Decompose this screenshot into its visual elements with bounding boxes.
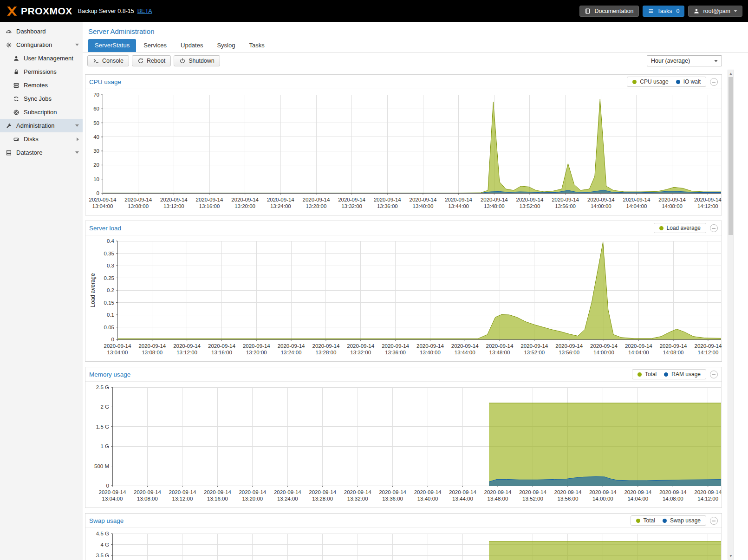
svg-text:4.5 G: 4.5 G	[96, 531, 109, 536]
svg-text:2020-09-14: 2020-09-14	[694, 197, 722, 202]
svg-text:14:04:00: 14:04:00	[626, 203, 647, 209]
svg-text:2020-09-14: 2020-09-14	[374, 197, 401, 202]
tab-tasks[interactable]: Tasks	[242, 39, 271, 52]
svg-text:13:12:00: 13:12:00	[176, 350, 197, 355]
svg-text:13:24:00: 13:24:00	[270, 203, 291, 209]
svg-text:2020-09-14: 2020-09-14	[104, 343, 131, 349]
sidebar-item-subscription[interactable]: Subscription	[0, 105, 83, 119]
sidebar-item-user-management[interactable]: User Management	[0, 52, 83, 65]
caret-down-icon[interactable]	[75, 124, 79, 127]
svg-text:13:32:00: 13:32:00	[341, 203, 362, 209]
legend-item-ram-usage: RAM usage	[664, 371, 701, 378]
svg-text:2020-09-14: 2020-09-14	[169, 489, 196, 495]
legend-label: RAM usage	[671, 371, 701, 378]
vertical-scrollbar[interactable]: ▲ ▼	[728, 70, 734, 560]
tasks-button[interactable]: Tasks 0	[643, 6, 685, 17]
caret-down-icon[interactable]	[75, 151, 79, 154]
svg-text:40: 40	[93, 134, 99, 140]
svg-text:2020-09-14: 2020-09-14	[519, 489, 546, 495]
collapse-icon[interactable]	[710, 224, 718, 232]
scroll-up-icon[interactable]: ▲	[728, 70, 734, 77]
svg-text:2020-09-14: 2020-09-14	[347, 343, 374, 349]
tasks-label: Tasks	[657, 8, 672, 14]
svg-text:2020-09-14: 2020-09-14	[416, 343, 444, 349]
svg-text:2020-09-14: 2020-09-14	[516, 197, 543, 202]
sidebar-item-disks[interactable]: Disks	[0, 132, 83, 146]
svg-text:2020-09-14: 2020-09-14	[239, 489, 266, 495]
svg-text:500 M: 500 M	[94, 463, 109, 469]
tab-syslog[interactable]: Syslog	[210, 39, 241, 52]
sidebar-item-remotes[interactable]: Remotes	[0, 78, 83, 92]
shutdown-button[interactable]: Shutdown	[174, 55, 220, 66]
svg-text:2020-09-14: 2020-09-14	[555, 343, 583, 349]
sidebar-item-permissions[interactable]: Permissions	[0, 65, 83, 78]
caret-right-icon[interactable]	[77, 137, 79, 141]
svg-text:2020-09-14: 2020-09-14	[552, 197, 579, 202]
panel-header: Server load Load average	[85, 221, 722, 235]
user-menu-button[interactable]: root@pam	[688, 6, 742, 17]
sidebar-item-configuration[interactable]: Configuration	[0, 38, 83, 52]
panel-title: CPU usage	[89, 78, 121, 85]
svg-text:0: 0	[111, 337, 114, 342]
sidebar-item-datastore[interactable]: Datastore	[0, 146, 83, 159]
sidebar-item-label: Dashboard	[16, 28, 46, 35]
svg-text:13:48:00: 13:48:00	[488, 496, 508, 501]
timeframe-select[interactable]: Hour (average)	[647, 55, 722, 66]
caret-down-icon[interactable]	[75, 44, 79, 46]
legend-label: Load average	[667, 225, 701, 231]
legend-item-load-average: Load average	[659, 225, 701, 231]
documentation-button[interactable]: Documentation	[579, 6, 638, 17]
svg-text:14:08:00: 14:08:00	[663, 496, 683, 501]
panel-cpu-usage: CPU usage CPU usage IO wait 010203040506…	[85, 74, 722, 215]
svg-text:1.5 G: 1.5 G	[96, 424, 109, 430]
svg-text:2020-09-14: 2020-09-14	[410, 197, 437, 202]
svg-text:0.4: 0.4	[107, 238, 115, 244]
svg-text:2020-09-14: 2020-09-14	[243, 343, 270, 349]
beta-link[interactable]: BETA	[137, 8, 152, 14]
sidebar-item-sync-jobs[interactable]: Sync Jobs	[0, 92, 83, 105]
sidebar: Dashboard Configuration User Management …	[0, 22, 83, 560]
panel-tools: Total Swap usage	[631, 515, 718, 526]
scroll-down-icon[interactable]: ▼	[728, 553, 734, 559]
legend-dot	[659, 226, 663, 230]
chart-svg: 0500 M1 G1.5 G2 G2.5 G3 G3.5 G4 G4.5 G20…	[87, 529, 723, 560]
top-right-buttons: Documentation Tasks 0 root@pam	[579, 6, 742, 17]
svg-text:2020-09-14: 2020-09-14	[231, 197, 259, 202]
tab-updates[interactable]: Updates	[174, 39, 209, 52]
svg-text:2020-09-14: 2020-09-14	[659, 489, 687, 495]
svg-text:13:04:00: 13:04:00	[107, 350, 128, 355]
svg-text:2020-09-14: 2020-09-14	[451, 343, 479, 349]
legend-item-cpu-usage: CPU usage	[632, 78, 668, 85]
server-icon	[13, 82, 20, 89]
svg-text:0.35: 0.35	[104, 251, 114, 256]
chart-svg: 00.050.10.150.20.250.30.350.42020-09-141…	[87, 236, 723, 360]
svg-text:2020-09-14: 2020-09-14	[624, 489, 651, 495]
chart-memory-usage: 0500 M1 G1.5 G2 G2.5 G2020-09-1413:04:00…	[85, 382, 722, 508]
sidebar-item-dashboard[interactable]: Dashboard	[0, 25, 83, 38]
svg-text:2020-09-14: 2020-09-14	[484, 489, 512, 495]
svg-text:30: 30	[93, 148, 99, 154]
tab-serverstatus[interactable]: ServerStatus	[88, 39, 136, 52]
svg-text:13:28:00: 13:28:00	[316, 350, 337, 355]
svg-text:13:56:00: 13:56:00	[559, 350, 579, 355]
wrench-icon	[6, 123, 12, 129]
collapse-icon[interactable]	[710, 78, 718, 86]
svg-text:2 G: 2 G	[100, 404, 109, 410]
svg-text:2020-09-14: 2020-09-14	[344, 489, 371, 495]
svg-text:2020-09-14: 2020-09-14	[520, 343, 548, 349]
scrollbar-thumb[interactable]	[728, 77, 733, 235]
console-button[interactable]: Console	[87, 55, 129, 66]
legend-label: IO wait	[683, 78, 701, 85]
svg-text:13:40:00: 13:40:00	[420, 350, 441, 355]
chart-panels: CPU usage CPU usage IO wait 010203040506…	[83, 69, 748, 560]
support-icon	[13, 109, 20, 116]
svg-text:14:08:00: 14:08:00	[662, 203, 683, 209]
collapse-icon[interactable]	[710, 517, 718, 525]
sidebar-item-administration[interactable]: Administration	[0, 119, 83, 132]
collapse-icon[interactable]	[710, 371, 718, 378]
svg-text:70: 70	[93, 92, 99, 98]
user-label: root@pam	[703, 8, 730, 14]
reboot-button[interactable]: Reboot	[132, 55, 171, 66]
tab-services[interactable]: Services	[137, 39, 173, 52]
svg-text:2020-09-14: 2020-09-14	[312, 343, 339, 349]
